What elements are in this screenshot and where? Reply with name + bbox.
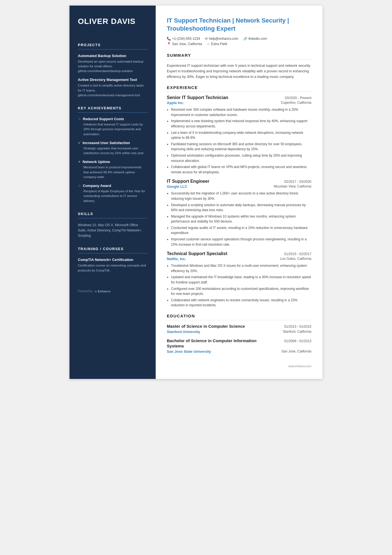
- job-3-company: Netflix, Inc.: [167, 257, 186, 261]
- edu-2: Bachelor of Science in Computer Informat…: [167, 338, 311, 354]
- training-divider: [78, 253, 147, 253]
- edu-2-sub: San Jose State University San Jose, Cali…: [167, 349, 311, 354]
- achievement-2-icon: ✔: [78, 141, 81, 145]
- summary-text: Experienced IT support technician with o…: [167, 63, 311, 80]
- projects-section-title: PROJECTS: [78, 43, 147, 47]
- job-2-bullet-3: Managed the upgrade of Windows 10 system…: [171, 214, 311, 224]
- job-2-bullets: Successfully led the migration of 1,000+…: [167, 191, 311, 247]
- achievement-2-title: Increased User Satisfaction: [83, 141, 130, 145]
- job-2-location: Mountain View, California: [274, 184, 311, 189]
- edu-2-school: San Jose State University: [167, 349, 211, 354]
- job-3-bullet-4: Collaborated with network engineers to r…: [171, 298, 311, 308]
- project-2-title: Active Directory Management Tool: [78, 78, 147, 82]
- achievement-3-header: ✦ Network Uptime: [78, 160, 147, 164]
- achievement-3-text: Mentored team in protocol improvements t…: [78, 165, 147, 179]
- education-divider: [167, 320, 311, 320]
- sidebar-footer: Powered by ∞ Enhancv: [78, 290, 147, 293]
- course-item-1: CompTIA Network+ Certification Certifica…: [78, 258, 147, 273]
- job-2-header: IT Support Engineer 02/2017 - 03/2020: [167, 179, 311, 184]
- job-1-location: Cupertino, California: [281, 101, 311, 105]
- project-2-text: Created a tool to simplify active direct…: [78, 83, 147, 98]
- job-1-bullet-2: Implemented a new ticketing system that …: [171, 119, 311, 129]
- edu-1-location: Stanford, California: [283, 330, 311, 334]
- achievement-4-text: Recipient of Apple Employee of the Year …: [78, 189, 147, 203]
- contact-row-1: 📞 +1-(234)-555-1234 ✉ help@enhancv.com 🔗…: [167, 37, 311, 41]
- edu-1-sub: Stanford University Stanford, California: [167, 330, 311, 334]
- job-2-bullet-4: Conducted regular audits of IT assets, r…: [171, 225, 311, 236]
- course-1-title: CompTIA Network+ Certification: [78, 258, 147, 262]
- job-1-bullets: Resolved over 300 complex software and h…: [167, 107, 311, 175]
- sidebar: OLIVER DAVIS PROJECTS Automated Backup S…: [70, 6, 156, 379]
- edu-1-degree: Master of Science in Computer Science: [167, 324, 245, 329]
- job-3-sub: Netflix, Inc. Los Gatos, California: [167, 257, 311, 261]
- skills-divider: [78, 218, 147, 218]
- job-3-bullet-3: Configured over 200 workstations accordi…: [171, 286, 311, 297]
- edu-1-header: Master of Science in Computer Science 01…: [167, 324, 311, 329]
- achievement-4: ☆ Company Award Recipient of Apple Emplo…: [78, 184, 147, 203]
- achievement-2-text: Strategic upgrades that increased user s…: [78, 146, 147, 156]
- powered-by-label: Powered by: [78, 290, 93, 293]
- job-1-bullet-1: Resolved over 300 complex software and h…: [171, 107, 311, 117]
- job-3-header: Technical Support Specialist 01/2015 - 0…: [167, 251, 311, 256]
- achievements-divider: [78, 112, 147, 113]
- edu-1-school: Stanford University: [167, 330, 200, 334]
- job-3-bullet-1: Troubleshot Windows and Mac OS X issues …: [171, 263, 311, 273]
- job-1-bullet-5: Optimized workstation configuration proc…: [171, 153, 311, 163]
- email-contact: ✉ help@enhancv.com: [205, 37, 238, 41]
- job-2-sub: Google LLC Mountain View, California: [167, 184, 311, 189]
- enhancv-logo: ∞ Enhancv: [95, 290, 111, 293]
- location-contact: 📍 San Jose, California: [167, 42, 202, 46]
- job-3: Technical Support Specialist 01/2015 - 0…: [167, 251, 311, 308]
- job-3-location: Los Gatos, California: [280, 257, 311, 261]
- skills-section-title: SKILLS: [78, 212, 147, 216]
- job-2-role: IT Support Engineer: [167, 179, 209, 184]
- project-item-1: Automated Backup Solution Developed an o…: [78, 54, 147, 74]
- edu-2-dates: 01/2009 - 01/2013: [284, 339, 311, 343]
- job-1-sub: Apple Inc. Cupertino, California: [167, 101, 311, 105]
- job-2-bullet-2: Developed a scripting solution to automa…: [171, 203, 311, 213]
- job-1-dates: 03/2020 - Present: [285, 96, 311, 100]
- email-icon: ✉: [205, 37, 208, 41]
- job-3-bullets: Troubleshot Windows and Mac OS X issues …: [167, 263, 311, 308]
- linkedin-icon: 🔗: [243, 37, 247, 41]
- edu-2-location: San Jose, California: [282, 349, 311, 354]
- job-2-bullet-1: Successfully led the migration of 1,000+…: [171, 191, 311, 201]
- job-1-header: Senior IT Support Technician 03/2020 - P…: [167, 95, 311, 100]
- resume-container: OLIVER DAVIS PROJECTS Automated Backup S…: [70, 6, 322, 379]
- project-item-2: Active Directory Management Tool Created…: [78, 78, 147, 98]
- phone-number: +1-(234)-555-1234: [172, 37, 200, 41]
- project-1-title: Automated Backup Solution: [78, 54, 147, 58]
- achievement-1-header: ☆ Reduced Support Costs: [78, 117, 147, 121]
- achievement-4-icon: ☆: [78, 184, 81, 188]
- extra-contact: ☆ Extra Field: [207, 42, 227, 46]
- email-address: help@enhancv.com: [209, 37, 238, 41]
- achievement-3: ✦ Network Uptime Mentored team in protoc…: [78, 160, 147, 179]
- job-3-bullet-2: Updated and maintained the IT knowledge …: [171, 275, 311, 285]
- achievement-4-header: ☆ Company Award: [78, 184, 147, 188]
- job-3-role: Technical Support Specialist: [167, 251, 227, 256]
- job-2-bullet-5: Improved customer service support operat…: [171, 237, 311, 247]
- main-content: IT Support Technician | Network Security…: [156, 6, 322, 379]
- job-title: IT Support Technician | Network Security…: [167, 17, 311, 33]
- job-2-dates: 02/2017 - 03/2020: [284, 180, 311, 184]
- phone-contact: 📞 +1-(234)-555-1234: [167, 37, 200, 41]
- job-3-dates: 01/2015 - 02/2017: [284, 252, 311, 256]
- skills-text: Windows 10, Mac OS X, Microsoft Office S…: [78, 223, 147, 239]
- course-1-text: Certification course on networking conce…: [78, 263, 147, 273]
- achievement-4-title: Company Award: [83, 184, 111, 188]
- linkedin-contact: 🔗 linkedin.com: [243, 37, 267, 41]
- extra-field: Extra Field: [211, 42, 227, 46]
- linkedin-url: linkedin.com: [249, 37, 267, 41]
- phone-icon: 📞: [167, 37, 171, 41]
- job-1: Senior IT Support Technician 03/2020 - P…: [167, 95, 311, 175]
- job-2-company: Google LLC: [167, 184, 187, 189]
- experience-divider: [167, 92, 311, 92]
- job-1-role: Senior IT Support Technician: [167, 95, 228, 100]
- job-1-bullet-4: Facilitated training sessions on Microso…: [171, 142, 311, 152]
- contact-row-2: 📍 San Jose, California ☆ Extra Field: [167, 42, 311, 46]
- job-1-company: Apple Inc.: [167, 101, 184, 105]
- job-1-bullet-6: Collaborated with global IT teams on VPN…: [171, 164, 311, 175]
- location-text: San Jose, California: [172, 42, 202, 46]
- candidate-name: OLIVER DAVIS: [78, 17, 147, 26]
- achievement-1-icon: ☆: [78, 117, 81, 121]
